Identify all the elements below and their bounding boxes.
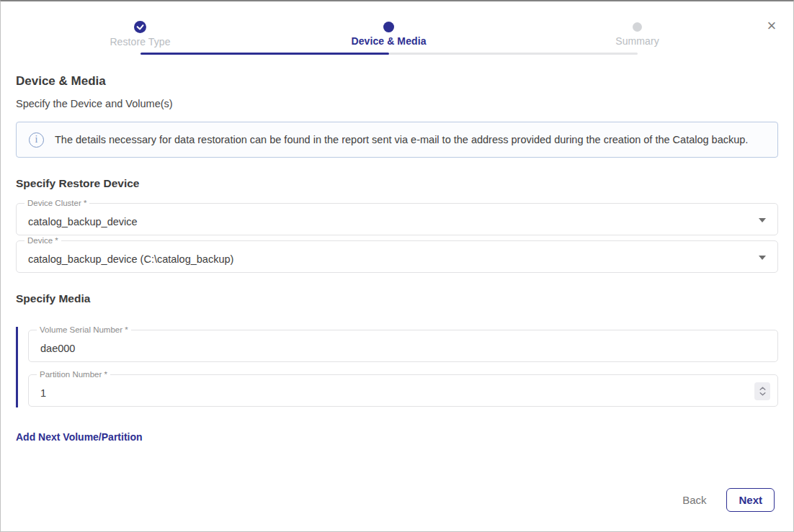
device-value: catalog_backup_device (C:\catalog_backup… xyxy=(28,253,233,265)
info-banner-text: The details necessary for data restorati… xyxy=(55,134,748,145)
device-cluster-label: Device Cluster * xyxy=(24,199,89,208)
page-subtitle: Specify the Device and Volume(s) xyxy=(16,98,778,109)
dropdown-arrow-icon[interactable] xyxy=(759,218,766,222)
active-step-dot-icon xyxy=(383,21,394,33)
wizard-footer: Back Next xyxy=(682,488,775,512)
volume-serial-input[interactable] xyxy=(40,343,737,354)
stepper-step-restore-type[interactable]: Restore Type xyxy=(16,21,264,48)
device-label: Device * xyxy=(24,236,61,245)
add-volume-partition-link[interactable]: Add Next Volume/Partition xyxy=(16,431,143,443)
close-icon[interactable]: × xyxy=(763,17,780,35)
device-cluster-select[interactable]: Device Cluster * catalog_backup_device xyxy=(16,203,778,235)
partition-number-input[interactable] xyxy=(40,387,737,399)
stepper-connector-upcoming xyxy=(389,53,638,55)
step-label-device-media: Device & Media xyxy=(264,35,513,47)
stepper-step-device-media[interactable]: Device & Media xyxy=(264,21,513,47)
volume-serial-field[interactable]: Volume Serial Number * xyxy=(28,330,778,362)
device-select[interactable]: Device * catalog_backup_device (C:\catal… xyxy=(16,240,778,273)
stepper-step-summary: Summary xyxy=(513,21,762,47)
next-button[interactable]: Next xyxy=(726,488,775,512)
partition-number-label: Partition Number * xyxy=(37,370,110,379)
step-label-restore-type: Restore Type xyxy=(16,36,264,48)
check-circle-icon xyxy=(134,21,146,33)
info-banner: i The details necessary for data restora… xyxy=(16,122,778,158)
device-cluster-value: catalog_backup_device xyxy=(28,216,138,227)
info-icon: i xyxy=(29,132,44,148)
partition-number-field[interactable]: Partition Number * xyxy=(28,374,778,407)
page-title: Device & Media xyxy=(16,74,778,89)
restore-wizard-dialog: × Restore Type Device & Media Summary De… xyxy=(0,0,794,532)
section-title-restore-device: Specify Restore Device xyxy=(16,177,778,190)
upcoming-step-dot-icon xyxy=(633,21,642,33)
number-stepper-icon[interactable] xyxy=(754,382,770,400)
back-button[interactable]: Back xyxy=(682,494,706,506)
restore-device-fields: Device Cluster * catalog_backup_device D… xyxy=(16,203,778,273)
wizard-stepper: Restore Type Device & Media Summary xyxy=(16,21,762,57)
step-label-summary: Summary xyxy=(513,35,762,47)
volume-partition-group: Volume Serial Number * Partition Number … xyxy=(16,327,778,407)
section-title-media: Specify Media xyxy=(16,292,778,305)
stepper-connector-completed xyxy=(140,53,389,55)
wizard-content: Device & Media Specify the Device and Vo… xyxy=(1,74,793,443)
dropdown-arrow-icon[interactable] xyxy=(759,256,766,260)
volume-serial-label: Volume Serial Number * xyxy=(37,325,131,335)
